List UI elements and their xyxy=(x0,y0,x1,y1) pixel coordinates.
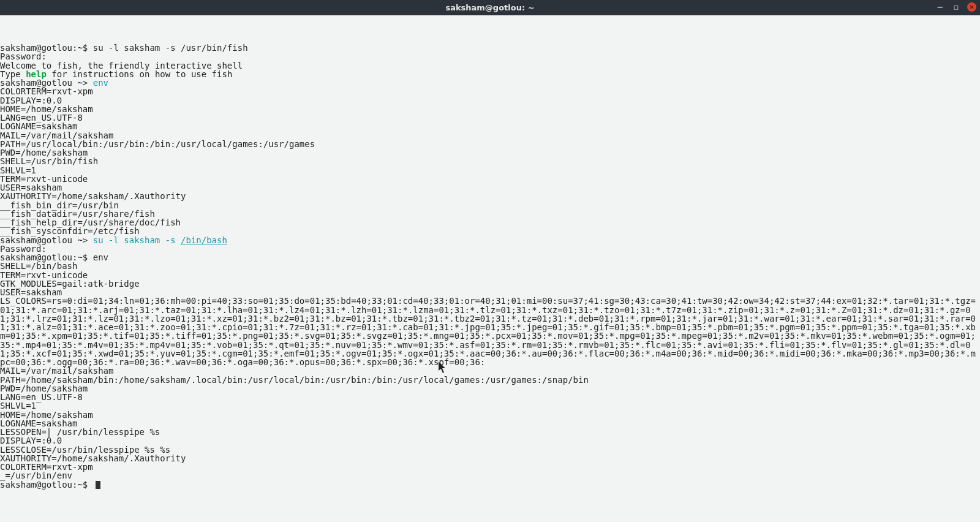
cursor xyxy=(96,481,100,489)
titlebar[interactable]: saksham@gotlou: ~ − ▫ ✕ xyxy=(0,0,980,15)
maximize-icon[interactable]: ▫ xyxy=(951,2,961,12)
terminal-output[interactable]: saksham@gotlou:~$ su -l saksham -s /usr/… xyxy=(0,15,980,489)
close-icon[interactable]: ✕ xyxy=(967,2,976,12)
window-controls: − ▫ ✕ xyxy=(935,2,976,12)
window-title: saksham@gotlou: ~ xyxy=(445,3,534,12)
minimize-icon[interactable]: − xyxy=(935,2,945,12)
